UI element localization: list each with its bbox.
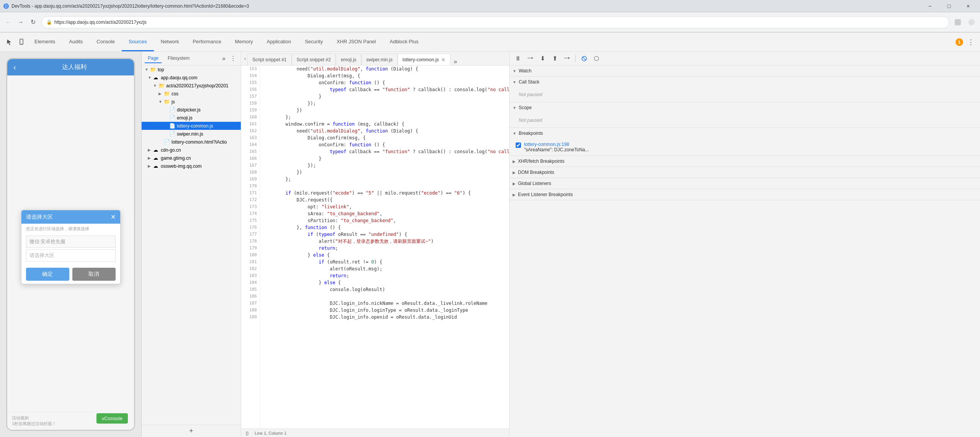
tree-item-css[interactable]: ▶ 📁 css [142, 90, 241, 98]
dialog-header: 请选择大区 ✕ [21, 210, 120, 224]
bp-location[interactable]: lottery-common.js:198 [524, 142, 589, 147]
tab-elements[interactable]: Elements [28, 33, 62, 51]
editor-tab-swiper[interactable]: swiper.min.js [361, 54, 398, 65]
tab-more-btn[interactable]: » [451, 58, 460, 65]
tree-item-js[interactable]: ▼ 📁 js [142, 98, 241, 106]
tree-item-swiper[interactable]: 📄 swiper.min.js [142, 130, 241, 138]
file-tree-bottom: + [142, 425, 241, 437]
dom-breakpoints-section: ▶ DOM Breakpoints [510, 167, 980, 178]
pause-btn[interactable]: ⏸ [513, 53, 523, 64]
folder-icon-act: 📁 [158, 83, 165, 88]
extension-icon-2[interactable] [966, 17, 977, 28]
watch-arrow: ▼ [513, 69, 516, 73]
tab-performance[interactable]: Performance [186, 33, 228, 51]
tree-item-game[interactable]: ▶ ☁ game.gtimg.cn [142, 154, 241, 162]
dialog-title: 请选择大区 [26, 214, 53, 221]
tree-item-distpicker[interactable]: 📄 distpicker.js [142, 106, 241, 114]
minimize-button[interactable]: − [921, 0, 939, 12]
code-line-167: }); [260, 162, 509, 169]
tab-application[interactable]: Application [260, 33, 298, 51]
dialog-select1[interactable]: 微信·安卓抢先服 [26, 236, 116, 248]
call-stack-header[interactable]: ▼ Call Stack [510, 77, 980, 87]
code-line-160: }; [260, 114, 509, 121]
step-out-btn[interactable]: ⬆ [549, 53, 560, 64]
tree-tab-page[interactable]: Page [145, 54, 162, 63]
close-button[interactable]: × [959, 0, 977, 12]
dialog-close-btn[interactable]: ✕ [111, 213, 116, 221]
address-bar[interactable]: 🔒 https://app.daoju.qq.com/act/a20200217… [41, 16, 949, 28]
tab-audits[interactable]: Audits [62, 33, 90, 51]
tree-item-app-daoju[interactable]: ▼ ☁ app.daoju.qq.com [142, 74, 241, 82]
scope-header[interactable]: ▼ Scope [510, 102, 980, 113]
editor-tab-snippet2[interactable]: Script snippet #2 [292, 54, 336, 65]
devtools-pointer-btn[interactable] [3, 36, 15, 48]
tree-item-html[interactable]: 📄 lottery-common.html?iActio [142, 138, 241, 146]
tree-item-top[interactable]: ▼ 📁 top [142, 65, 241, 74]
editor-tab-lottery[interactable]: lottery-common.js ✕ [398, 54, 451, 65]
devtools: Elements Audits Console Sources Network … [0, 32, 980, 437]
cursor-icon: {} [246, 431, 248, 435]
tree-tab-filesystem[interactable]: Filesystem [165, 54, 193, 63]
step-into-btn[interactable]: ⬇ [537, 53, 548, 64]
tab-swiper-label: swiper.min.js [366, 57, 393, 62]
js-icon-emoji: 📄 [169, 115, 175, 121]
global-listeners-section: ▶ Global Listeners [510, 178, 980, 189]
tab-memory[interactable]: Memory [228, 33, 260, 51]
tree-arrow-css: ▶ [158, 92, 164, 96]
tree-item-ossweb[interactable]: ▶ ☁ ossweb-img.qq.com [142, 162, 241, 170]
tab-console[interactable]: Console [90, 33, 122, 51]
tab-adblock[interactable]: Adblock Plus [383, 33, 425, 51]
html-icon: 📄 [164, 139, 170, 145]
breakpoint-details: lottery-common.js:198 "sAreaName": DJC.z… [524, 142, 589, 152]
step-over-btn[interactable]: ⭢ [525, 53, 536, 64]
scope-section: ▼ Scope Not paused [510, 102, 980, 128]
tree-tabs-more[interactable]: » [222, 55, 225, 62]
tab-xhr-json[interactable]: XHR JSON Panel [330, 33, 383, 51]
editor-tab-snippet1[interactable]: Script snippet #1 [247, 54, 291, 65]
event-breakpoints-section: ▶ Event Listener Breakpoints [510, 189, 980, 200]
tree-menu-btn[interactable]: ⋮ [229, 53, 238, 64]
editor-back-btn[interactable]: ‹ [243, 52, 247, 65]
phone-header: ‹ 达人福利 [7, 59, 134, 75]
devtools-device-btn[interactable] [15, 36, 28, 48]
dialog-cancel-btn[interactable]: 取消 [72, 268, 116, 281]
dom-breakpoints-header[interactable]: ▶ DOM Breakpoints [510, 167, 980, 178]
back-button[interactable]: ← [3, 17, 14, 28]
watch-header[interactable]: ▼ Watch [510, 65, 980, 76]
tab-lottery-label: lottery-common.js [403, 57, 439, 62]
call-stack-arrow: ▼ [513, 80, 516, 84]
extension-icon-1[interactable] [952, 17, 963, 28]
breakpoints-header[interactable]: ▼ Breakpoints [510, 128, 980, 139]
editor-tab-emoji[interactable]: emoji.js [336, 54, 361, 65]
tree-item-emoji[interactable]: 📄 emoji.js [142, 114, 241, 122]
deactivate-breakpoints-btn[interactable] [579, 53, 590, 64]
tab-close-lottery[interactable]: ✕ [441, 57, 446, 63]
step-btn[interactable]: ⭢ [562, 53, 572, 64]
phone-back-btn[interactable]: ‹ [13, 63, 16, 72]
tab-network[interactable]: Network [154, 33, 186, 51]
more-options-btn[interactable]: ⋮ [965, 36, 977, 48]
tree-arrow-cdn: ▶ [148, 148, 153, 152]
tree-label-emoji: emoji.js [177, 115, 193, 121]
maximize-button[interactable]: □ [940, 0, 958, 12]
dialog-select2[interactable]: 请选择大区 [26, 249, 116, 262]
dialog-subtitle: 您正在进行区域选择，请谨慎选择 [21, 224, 120, 234]
breakpoint-checkbox-1[interactable] [516, 142, 521, 148]
scope-content: Not paused [510, 113, 980, 128]
code-line-181: if (oResult.ret != 0) { [260, 259, 509, 265]
add-snippet-btn[interactable]: + [185, 425, 198, 437]
tree-item-cdn[interactable]: ▶ ☁ cdn-go.cn [142, 146, 241, 154]
global-listeners-header[interactable]: ▶ Global Listeners [510, 178, 980, 189]
dialog-confirm-btn[interactable]: 确定 [26, 268, 69, 281]
tree-item-lottery-common[interactable]: 📄 lottery-common.js [142, 122, 241, 130]
vconsole-btn[interactable]: vConsole [96, 413, 128, 424]
tab-sources[interactable]: Sources [122, 33, 154, 51]
xhr-breakpoints-header[interactable]: ▶ XHR/fetch Breakpoints [510, 156, 980, 167]
tab-security[interactable]: Security [298, 33, 330, 51]
pause-exceptions-btn[interactable]: ⬡ [591, 53, 602, 64]
forward-button[interactable]: → [15, 17, 26, 28]
svg-text:D: D [5, 4, 7, 8]
reload-button[interactable]: ↻ [28, 17, 38, 28]
event-breakpoints-header[interactable]: ▶ Event Listener Breakpoints [510, 189, 980, 200]
tree-item-act[interactable]: ▼ 📁 act/a20200217yxzjshop/20201 [142, 82, 241, 90]
